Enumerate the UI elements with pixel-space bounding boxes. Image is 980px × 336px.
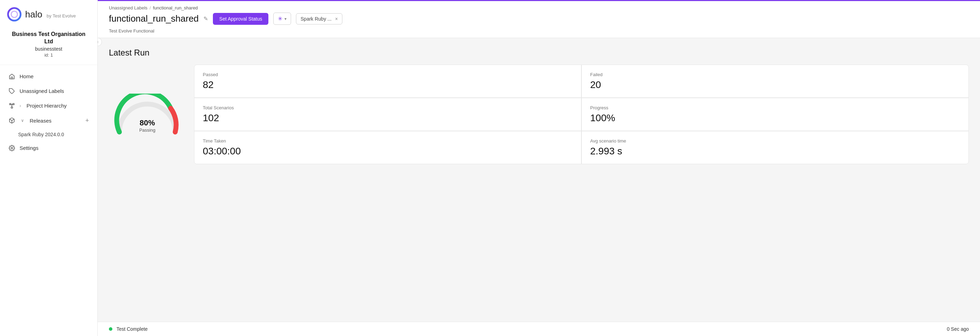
- filter-close-icon[interactable]: ×: [335, 16, 338, 22]
- sidebar-header: halo by Test Evolve Business Test Organi…: [0, 0, 97, 65]
- logo-by: by Test Evolve: [47, 13, 76, 19]
- collapse-icon: ‹: [98, 40, 99, 45]
- home-icon: [8, 73, 15, 80]
- breadcrumb: Unassigned Labels / functional_run_share…: [109, 1, 969, 13]
- gauge-center-text: 80% Passing: [139, 118, 155, 133]
- stat-passed-value: 82: [203, 79, 573, 91]
- content-panel: Unassigned Labels / functional_run_share…: [98, 0, 980, 336]
- stat-time-taken-label: Time Taken: [203, 138, 573, 143]
- svg-point-1: [11, 11, 18, 18]
- stat-failed-label: Failed: [590, 72, 960, 77]
- edit-icon[interactable]: ✎: [204, 15, 208, 22]
- project-hierarchy-label: Project Hierarchy: [27, 103, 67, 108]
- stat-avg-scenario-time-label: Avg scenario time: [590, 138, 960, 143]
- content-header: Unassigned Labels / functional_run_share…: [98, 0, 980, 38]
- title-row: functional_run_shared ✎ Set Approval Sta…: [109, 13, 969, 28]
- stat-card-total-scenarios: Total Scenarios 102: [194, 98, 581, 131]
- subtitle-text: Test Evolve Functional: [109, 28, 154, 33]
- stat-progress-value: 100%: [590, 113, 960, 124]
- stat-passed-label: Passed: [203, 72, 573, 77]
- stat-card-failed: Failed 20: [582, 65, 969, 97]
- org-info: Business Test Organisation Ltd businesst…: [7, 27, 91, 59]
- sidebar-sub-item-spark-ruby[interactable]: Spark Ruby 2024.0.0: [0, 128, 97, 141]
- releases-add-icon[interactable]: +: [85, 117, 89, 124]
- filter-tag-label: Spark Ruby ...: [301, 16, 332, 22]
- unassigned-labels-label: Unassigned Labels: [19, 88, 64, 94]
- settings-label: Settings: [19, 145, 38, 151]
- latest-run-section-title: Latest Run: [109, 48, 969, 57]
- subtitle-row: Test Evolve Functional: [109, 28, 969, 38]
- sidebar-item-settings[interactable]: Settings: [0, 141, 97, 155]
- svg-rect-2: [11, 77, 13, 79]
- stat-total-scenarios-label: Total Scenarios: [203, 105, 573, 110]
- stat-failed-value: 20: [590, 79, 960, 91]
- breadcrumb-separator: /: [150, 5, 151, 11]
- org-name: Business Test Organisation Ltd: [7, 31, 91, 45]
- stat-card-progress: Progress 100%: [582, 98, 969, 131]
- svg-rect-6: [11, 107, 13, 108]
- filter-tag-snowflake[interactable]: ✳ ▾: [273, 13, 291, 25]
- halo-logo-icon: [7, 7, 22, 22]
- svg-point-11: [11, 147, 13, 149]
- status-bar: Test Complete 0 Sec ago: [98, 322, 980, 336]
- gauge-chart: 80% Passing: [112, 94, 182, 135]
- sidebar-item-home[interactable]: Home: [0, 69, 97, 84]
- svg-point-0: [8, 8, 21, 21]
- logo-area: halo by Test Evolve: [7, 7, 91, 22]
- tag-icon: [8, 88, 15, 95]
- releases-icon: [8, 117, 15, 124]
- hierarchy-icon: [8, 102, 15, 109]
- sidebar-nav: Home Unassigned Labels: [0, 65, 97, 336]
- org-id: id: 1: [7, 53, 91, 57]
- set-approval-status-button[interactable]: Set Approval Status: [213, 13, 268, 25]
- sidebar: halo by Test Evolve Business Test Organi…: [0, 0, 98, 336]
- stat-total-scenarios-value: 102: [203, 113, 573, 124]
- breadcrumb-parent: Unassigned Labels: [109, 5, 148, 11]
- releases-label: Releases: [30, 118, 81, 124]
- logo-text-group: halo by Test Evolve: [25, 9, 76, 20]
- stat-card-avg-scenario-time: Avg scenario time 2.993 s: [582, 131, 969, 164]
- layout-wrapper: ‹ Unassigned Labels / functional_run_sha…: [98, 0, 980, 336]
- stat-avg-scenario-time-value: 2.993 s: [590, 146, 960, 157]
- stat-card-time-taken: Time Taken 03:00:00: [194, 131, 581, 164]
- project-hierarchy-chevron-icon: ›: [19, 104, 21, 108]
- settings-icon: [8, 145, 15, 151]
- latest-run-content: 80% Passing Passed 82 Failed 20: [109, 65, 969, 164]
- releases-chevron-icon: ∨: [21, 118, 24, 123]
- status-dot-icon: [109, 327, 112, 331]
- org-user: businesstest: [7, 46, 91, 52]
- status-left: Test Complete: [109, 326, 148, 332]
- stat-time-taken-value: 03:00:00: [203, 146, 573, 157]
- snowflake-icon: ✳: [278, 15, 282, 22]
- stats-grid: Passed 82 Failed 20 Total Scenarios 102: [194, 65, 969, 164]
- page-title: functional_run_shared: [109, 13, 199, 24]
- chevron-down-icon: ▾: [285, 16, 286, 21]
- stat-card-passed: Passed 82: [194, 65, 581, 97]
- breadcrumb-current: functional_run_shared: [153, 5, 198, 11]
- status-timestamp: 0 Sec ago: [947, 326, 969, 332]
- gauge-percent-value: 80%: [139, 118, 155, 127]
- gauge-container: 80% Passing: [109, 94, 186, 135]
- spark-ruby-label: Spark Ruby 2024.0.0: [18, 132, 64, 137]
- status-text: Test Complete: [116, 326, 148, 332]
- sidebar-item-unassigned-labels[interactable]: Unassigned Labels: [0, 84, 97, 99]
- gauge-label-text: Passing: [139, 127, 155, 133]
- home-label: Home: [19, 73, 33, 79]
- logo-name: halo: [25, 9, 42, 19]
- main-body: Latest Run 80%: [98, 38, 980, 322]
- sidebar-item-releases[interactable]: ∨ Releases +: [0, 113, 97, 128]
- stat-progress-label: Progress: [590, 105, 960, 110]
- filter-tag-spark-ruby[interactable]: Spark Ruby ... ×: [296, 13, 342, 24]
- sidebar-item-project-hierarchy[interactable]: › Project Hierarchy: [0, 99, 97, 113]
